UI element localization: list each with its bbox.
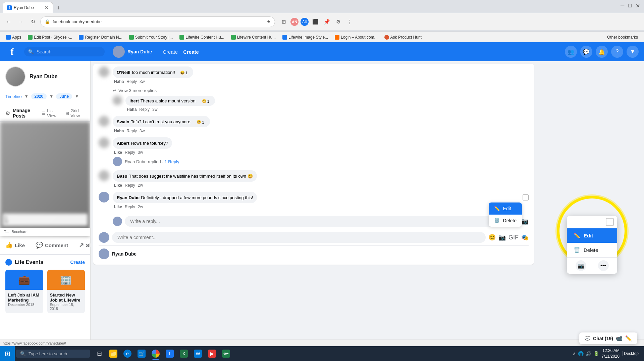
tray-battery[interactable]: 🔋	[593, 351, 599, 356]
context-more-btn[interactable]: •••	[598, 260, 609, 271]
taskbar-extra2[interactable]: W	[191, 346, 205, 361]
comment-checkbox[interactable]	[523, 194, 529, 200]
comment-camera-btn[interactable]: 📷	[498, 234, 506, 241]
tray-network[interactable]: 🌐	[578, 351, 584, 356]
taskbar-search-box[interactable]: 🔍	[16, 350, 90, 358]
fb-friends-icon[interactable]: 👥	[565, 46, 577, 58]
chat-video-icon[interactable]: 📹	[616, 335, 623, 342]
maximize-btn[interactable]: □	[628, 3, 632, 9]
extension3-btn[interactable]: ⚙	[333, 17, 343, 27]
context-edit-icon: ✏️	[574, 232, 580, 239]
extension2-btn[interactable]: 📌	[322, 17, 331, 27]
fb-menu-icon[interactable]: ▼	[627, 46, 639, 58]
like-btn[interactable]: 👍 Like	[0, 239, 30, 252]
basu-reply[interactable]: Reply	[125, 183, 135, 188]
bookmark-apps[interactable]: Apps	[4, 34, 23, 40]
inline-delete-btn[interactable]: 🗑️ Delete	[489, 215, 522, 227]
taskbar-extra3[interactable]: ▶	[205, 346, 219, 361]
back-button[interactable]: ←	[4, 17, 13, 27]
chat-edit-icon[interactable]: ✏️	[625, 335, 632, 342]
minimize-btn[interactable]: ─	[621, 3, 624, 9]
manage-posts-label[interactable]: Manage Posts	[13, 108, 39, 119]
tray-volume[interactable]: 🔊	[586, 351, 591, 356]
bookmark-register[interactable]: Register Domain N...	[77, 34, 124, 40]
tab-close-btn[interactable]: ✕	[45, 5, 49, 10]
view-replies-link[interactable]: ↩ View 3 more replies	[113, 88, 529, 93]
inline-edit-btn[interactable]: ✏️ Edit	[489, 202, 522, 215]
month-dropdown-icon[interactable]: ▼	[75, 94, 79, 99]
ryan-final-reply[interactable]: Reply	[125, 205, 135, 209]
month-filter[interactable]: June	[56, 93, 72, 99]
reply-link[interactable]: Reply	[126, 79, 137, 84]
tray-expand[interactable]: ∧	[573, 351, 576, 356]
comment-btn[interactable]: 💬 Comment	[30, 239, 73, 252]
fb-messenger-icon[interactable]: 💬	[580, 46, 592, 58]
close-btn[interactable]: ✕	[636, 3, 640, 9]
context-delete-btn[interactable]: 🗑️ Delete	[567, 243, 617, 257]
lbert-reply[interactable]: Reply	[139, 107, 150, 112]
grid-view-btn[interactable]: ⊞ Grid View	[65, 108, 85, 118]
share-btn[interactable]: ↗ Share	[73, 239, 91, 252]
extensions-btn[interactable]: ⊞	[279, 17, 288, 27]
fb-user-profile[interactable]: Ryan Dube	[113, 46, 152, 58]
fb-search-box[interactable]: 🔍	[24, 47, 105, 56]
life-event-iam[interactable]: 💼 Left Job at IAM Marketing December 201…	[5, 270, 43, 313]
bookmark-other[interactable]: Other bookmarks	[605, 34, 640, 40]
taskbar-search-input[interactable]	[29, 351, 82, 356]
show-desktop-btn[interactable]: Desktop	[622, 351, 640, 356]
bookmark-login[interactable]: Login – About.com...	[333, 34, 379, 40]
taskbar-file-explorer[interactable]: 📁	[107, 346, 120, 361]
reply-image-btn[interactable]: 📷	[521, 218, 529, 225]
comment-sticker-btn[interactable]: 🎭	[521, 234, 529, 241]
profile-btn[interactable]: AN	[290, 18, 299, 26]
nav-timeline[interactable]: Timeline	[5, 94, 22, 99]
fb-nav-create[interactable]: Create	[183, 49, 199, 55]
context-checkbox-icon[interactable]	[606, 218, 614, 226]
year-dropdown-icon[interactable]: ▼	[49, 94, 53, 99]
extension1-btn[interactable]: ⬛	[311, 17, 320, 27]
taskbar-store[interactable]: 🛒	[135, 346, 148, 361]
adblock-btn[interactable]: AB	[301, 18, 309, 26]
comment-emoji-btn[interactable]: 😊	[488, 234, 496, 241]
inline-context-menu: ✏️ Edit 🗑️ Delete	[489, 202, 522, 227]
fb-search-input[interactable]	[37, 49, 97, 54]
albert-reply[interactable]: Reply	[125, 150, 135, 155]
start-button[interactable]: ⊞	[0, 346, 15, 361]
timeline-dropdown-icon[interactable]: ▼	[24, 94, 29, 99]
context-camera-btn[interactable]: 📷	[576, 260, 586, 271]
bookmark-lifewire1[interactable]: Lifewire Content Hu...	[177, 34, 226, 40]
bookmark-edit-post[interactable]: Edit Post · Skyose ·...	[26, 34, 74, 40]
taskbar-task-view[interactable]: ⊟	[93, 346, 106, 361]
swain-reply[interactable]: Reply	[126, 129, 137, 133]
comment-gif-btn[interactable]: GIF	[508, 234, 519, 241]
taskbar-clock[interactable]: 12:26 AM 7/11/2020	[602, 348, 620, 359]
list-view-btn[interactable]: ☰ List View	[42, 108, 60, 118]
chat-panel[interactable]: 💬 Chat (19) 📹 ✏️	[579, 332, 637, 344]
fb-notifications-icon[interactable]: 🔔	[596, 46, 608, 58]
bookmark-submit[interactable]: Submit Your Story |...	[127, 34, 175, 40]
fb-help-icon[interactable]: ?	[611, 46, 623, 58]
reply-input[interactable]	[125, 216, 508, 227]
comment-input[interactable]	[112, 232, 486, 243]
bookmark-ph[interactable]: Ask Product Hunt	[382, 34, 424, 40]
taskbar-chrome[interactable]	[149, 346, 162, 361]
create-life-event-btn[interactable]: Create	[70, 260, 85, 265]
taskbar-excel[interactable]: X	[177, 346, 191, 361]
bookmark-lifewire2[interactable]: Lifewire Content Hu...	[229, 34, 278, 40]
taskbar-counter[interactable]: 99+	[219, 346, 233, 361]
bookmark-lifewire-img[interactable]: Lifewire Image Style...	[280, 34, 330, 40]
address-bar[interactable]: 🔒 facebook.com/ryanedube ★	[40, 16, 275, 27]
taskbar-edge[interactable]: e	[121, 346, 134, 361]
year-filter[interactable]: 2020	[31, 93, 47, 99]
context-edit-btn[interactable]: ✏️ Edit	[567, 228, 617, 243]
fb-nav-home[interactable]: Create	[163, 49, 178, 55]
forward-button[interactable]: →	[16, 17, 25, 27]
profile-nav: Timeline ▼ 2020 ▼ June ▼	[5, 93, 85, 99]
ryan-final-avatar	[99, 192, 109, 202]
new-tab-button[interactable]: +	[54, 3, 63, 13]
refresh-button[interactable]: ↻	[28, 17, 38, 27]
taskbar-extra1[interactable]: f	[163, 346, 176, 361]
active-tab[interactable]: f Ryan Dube ✕	[3, 2, 53, 13]
more-btn[interactable]: ⋮	[345, 17, 354, 27]
life-event-lifewire[interactable]: 🏢 Started New Job at Lifewire September …	[47, 270, 85, 313]
